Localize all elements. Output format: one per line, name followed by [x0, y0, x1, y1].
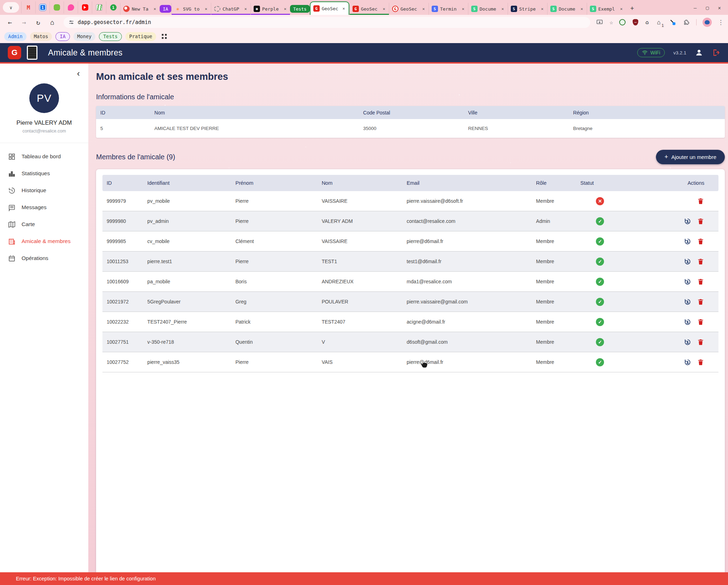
delete-icon[interactable] — [697, 197, 704, 205]
logout-icon[interactable] — [712, 48, 720, 57]
login-as-icon[interactable] — [684, 218, 691, 225]
bookmark-money[interactable]: Money — [73, 32, 96, 41]
url-text[interactable]: dapp.geosector.fr/admin — [78, 19, 151, 25]
close-icon[interactable]: ✕ — [421, 6, 425, 11]
tab-perplexity[interactable]: ✱ Perple ✕ — [250, 3, 290, 15]
extension-badge: 1 — [660, 24, 665, 28]
recycle-extension-icon[interactable]: ♻ — [645, 19, 649, 26]
maximize-button[interactable]: ▢ — [706, 5, 709, 11]
pinned-tab-gmail[interactable]: M — [21, 1, 35, 13]
reload-button[interactable]: ↻ — [32, 17, 44, 28]
tab-title: Termin — [440, 6, 459, 12]
close-icon[interactable]: ✕ — [204, 6, 208, 11]
site-settings-icon[interactable] — [69, 19, 74, 25]
browser-menu-icon[interactable]: ⋮ — [718, 19, 724, 26]
login-as-icon[interactable] — [684, 359, 691, 366]
tab-search-button[interactable]: ∨ — [3, 2, 19, 13]
table-row: 10016609 pa_mobile Boris ANDREZIEUX mda1… — [102, 272, 718, 292]
tab-geosector-2[interactable]: G GeoSec ✕ — [349, 3, 389, 15]
bookmark-pratique[interactable]: Pratique — [125, 32, 156, 41]
delete-icon[interactable] — [697, 218, 704, 225]
tab-group-tests[interactable]: Tests — [290, 5, 310, 13]
new-tab-button[interactable]: + — [626, 2, 638, 14]
add-member-button[interactable]: + Ajouter un membre — [656, 150, 725, 164]
pinned-tab-calendar[interactable]: 1 — [35, 1, 49, 13]
close-icon[interactable]: ✕ — [153, 6, 157, 11]
close-icon[interactable]: ✕ — [580, 6, 584, 11]
tab-terminal[interactable]: S Termin ✕ — [428, 3, 468, 15]
sidebar-item-operations[interactable]: Opérations — [0, 250, 88, 267]
pinned-tab-maps[interactable] — [92, 1, 106, 13]
login-as-icon[interactable] — [684, 258, 691, 265]
green-extension-icon[interactable] — [619, 19, 626, 25]
tab-docs-1[interactable]: S Docume ✕ — [468, 3, 508, 15]
close-icon[interactable]: ✕ — [501, 6, 504, 11]
bookmark-matos[interactable]: Matos — [30, 32, 52, 41]
delete-icon[interactable] — [697, 318, 704, 326]
bookmark-star-icon[interactable]: ☆ — [610, 19, 613, 26]
window-controls: – ▢ ✕ — [694, 5, 721, 11]
extensions-puzzle-icon[interactable] — [682, 18, 690, 26]
apps-grid-icon[interactable] — [162, 34, 167, 39]
shield-extension-icon[interactable]: − — [632, 18, 639, 26]
back-button[interactable]: ← — [4, 17, 16, 28]
sidebar-item-map[interactable]: Carte — [0, 216, 88, 233]
close-icon[interactable]: ✕ — [540, 6, 544, 11]
login-as-icon[interactable] — [684, 298, 691, 306]
close-icon[interactable]: ✕ — [461, 6, 465, 11]
table-row: 10021972 5GregPoulaver Greg POULAVER pie… — [102, 292, 718, 312]
bookmark-admin[interactable]: Admin — [4, 32, 26, 41]
member-status: ✓ ✕ — [576, 318, 644, 326]
member-role: Membre — [532, 339, 576, 345]
user-icon[interactable] — [695, 48, 703, 57]
install-app-icon[interactable] — [596, 18, 604, 26]
delete-icon[interactable] — [697, 278, 704, 285]
tab-group-ia[interactable]: IA — [160, 5, 171, 13]
delete-icon[interactable] — [697, 238, 704, 245]
close-icon[interactable]: ✕ — [382, 6, 386, 11]
profile-avatar[interactable] — [703, 18, 712, 27]
bookmark-tests[interactable]: Tests — [99, 32, 122, 41]
sidebar-collapse-icon[interactable]: ‹ — [77, 69, 80, 78]
sidebar-item-dashboard[interactable]: Tableau de bord — [0, 148, 88, 165]
bookmark-ia[interactable]: IA — [55, 32, 70, 41]
tab-exemple[interactable]: S Exempl ✕ — [587, 3, 626, 15]
home-extension-icon[interactable]: ⌂1 — [655, 18, 663, 26]
column-header: Statut — [576, 180, 644, 186]
delete-icon[interactable] — [697, 338, 704, 346]
pinned-tab-badge[interactable]: 1 — [106, 1, 120, 13]
tab-geosector-active[interactable]: G GeoSec ✕ — [310, 1, 349, 15]
pinned-tab-pink-app[interactable] — [64, 1, 78, 13]
map-icon — [8, 220, 16, 229]
sidebar-item-amicale[interactable]: Amicale & membres — [0, 233, 88, 250]
window-close-button[interactable]: ✕ — [718, 5, 721, 11]
tab-stripe[interactable]: S Stripe ✕ — [508, 3, 547, 15]
forward-button[interactable]: → — [18, 17, 30, 28]
sidebar-item-history[interactable]: Historique — [0, 182, 88, 199]
pinned-tab-youtube[interactable] — [78, 1, 92, 13]
shield-icon: − — [633, 19, 638, 25]
login-as-icon[interactable] — [684, 318, 691, 326]
tab-chatgpt[interactable]: ChatGP ✕ — [211, 3, 250, 15]
close-icon[interactable]: ✕ — [283, 6, 287, 11]
login-as-icon[interactable] — [684, 338, 691, 346]
pinned-tab-green-app[interactable] — [49, 1, 64, 13]
sidebar-item-messages[interactable]: Messages — [0, 199, 88, 216]
close-icon[interactable]: ✕ — [342, 6, 345, 11]
delete-icon[interactable] — [697, 359, 704, 366]
delete-icon[interactable] — [697, 298, 704, 306]
login-as-icon[interactable] — [684, 238, 691, 245]
tab-new-tab[interactable]: New Ta ✕ — [120, 3, 160, 15]
sidebar-item-statistics[interactable]: Statistiques — [0, 165, 88, 182]
close-icon[interactable]: ✕ — [619, 6, 623, 11]
home-button[interactable]: ⌂ — [47, 17, 58, 28]
minimize-button[interactable]: – — [694, 5, 697, 11]
address-bar[interactable]: dapp.geosector.fr/admin — [64, 17, 590, 28]
close-icon[interactable]: ✕ — [244, 6, 248, 11]
tab-docs-2[interactable]: S Docume ✕ — [547, 3, 587, 15]
tab-geosector-3[interactable]: G GeoSec ✕ — [389, 3, 428, 15]
delete-icon[interactable] — [697, 258, 704, 265]
tab-svg-to[interactable]: ✳ SVG to ✕ — [171, 3, 211, 15]
login-as-icon[interactable] — [684, 278, 691, 285]
pen-extension-icon[interactable] — [669, 18, 676, 26]
